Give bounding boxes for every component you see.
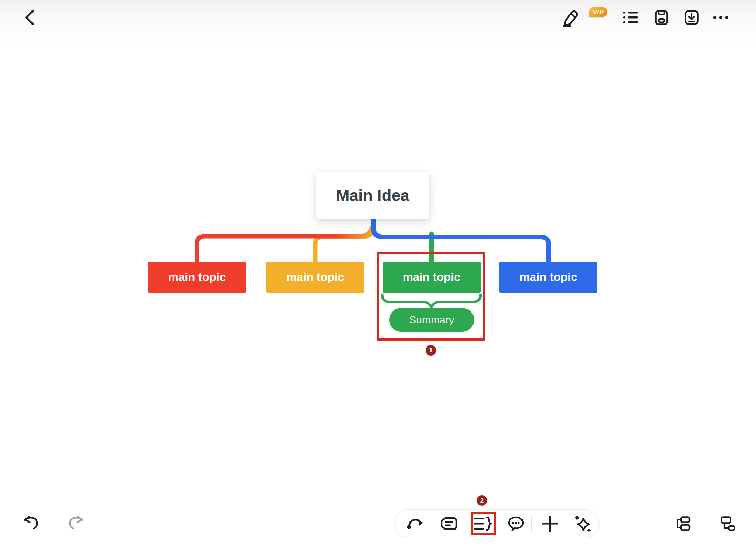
ai-sparkle-icon [574,514,592,533]
root-node[interactable]: Main Idea [316,172,429,219]
export-button[interactable] [683,8,700,27]
topic-style-button[interactable] [439,515,458,532]
map-structure-icon [676,516,691,531]
summary-brace [382,295,481,307]
bottom-toolbar [394,509,600,538]
connector-lines [0,0,756,553]
summary-button[interactable] [473,515,492,532]
download-icon [685,10,699,25]
pen-icon [562,8,578,27]
mindmap-canvas: VIP [0,0,756,553]
step-badge-2: 2 [477,495,487,506]
redo-button[interactable] [67,514,85,531]
relationship-arc-icon [407,518,424,530]
comment-button[interactable] [506,515,526,532]
topic-node-label: main topic [286,271,344,284]
ai-assistant-button[interactable] [573,514,593,533]
toolbar-divider [531,516,532,532]
add-node-button[interactable] [540,515,560,532]
plus-icon [542,516,558,532]
relationship-button[interactable] [406,515,425,532]
tree-structure-icon [721,516,735,531]
undo-arrow-icon [23,516,39,530]
more-button[interactable] [712,13,730,22]
branch-blue [373,216,548,262]
step-badge-2-number: 2 [480,497,484,504]
summary-brace-icon [473,517,492,531]
vip-badge[interactable]: VIP [589,7,607,17]
back-button[interactable] [21,9,38,26]
edit-style-button[interactable] [561,8,579,27]
outline-button[interactable] [622,9,639,26]
topic-tag-icon [440,517,457,530]
undo-button[interactable] [22,514,40,531]
branch-yellow [315,228,372,262]
redo-arrow-icon [68,516,84,530]
topic-node-label: main topic [519,271,577,284]
summary-node-label: Summary [409,314,454,326]
topic-node-blue[interactable]: main topic [499,262,597,293]
topic-node-label: main topic [168,271,226,284]
step-badge-1: 1 [426,345,436,356]
branch-red [197,227,372,262]
topic-node-green[interactable]: main topic [383,262,481,293]
save-button[interactable] [653,8,670,27]
comment-bubble-icon [508,516,524,531]
topic-node-red[interactable]: main topic [148,262,246,293]
topic-node-label: main topic [402,271,460,284]
back-chevron-icon [24,10,34,25]
floppy-save-icon [655,10,668,25]
summary-node[interactable]: Summary [389,308,474,332]
step-badge-1-number: 1 [429,346,433,354]
vip-label: VIP [593,8,604,16]
tree-structure-button[interactable] [719,515,737,532]
bulleted-list-icon [623,11,638,24]
ellipsis-icon [713,16,729,19]
topic-node-yellow[interactable]: main topic [266,262,364,293]
map-structure-button[interactable] [674,515,692,532]
root-node-label: Main Idea [336,186,410,205]
